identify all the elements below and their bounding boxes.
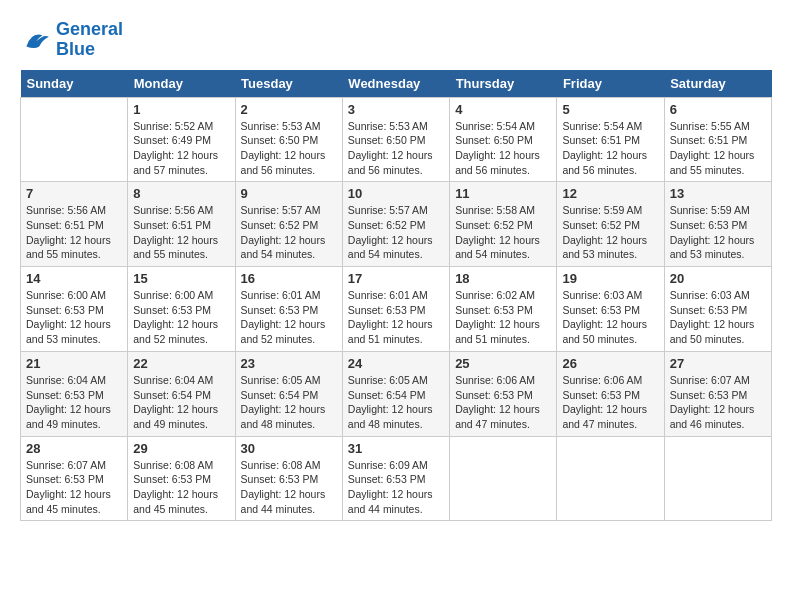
day-number: 31 bbox=[348, 441, 444, 456]
calendar-cell: 9Sunrise: 5:57 AMSunset: 6:52 PMDaylight… bbox=[235, 182, 342, 267]
calendar-cell: 29Sunrise: 6:08 AMSunset: 6:53 PMDayligh… bbox=[128, 436, 235, 521]
day-number: 27 bbox=[670, 356, 766, 371]
calendar-cell: 4Sunrise: 5:54 AMSunset: 6:50 PMDaylight… bbox=[450, 97, 557, 182]
day-number: 12 bbox=[562, 186, 658, 201]
calendar-cell: 6Sunrise: 5:55 AMSunset: 6:51 PMDaylight… bbox=[664, 97, 771, 182]
day-header-tuesday: Tuesday bbox=[235, 70, 342, 98]
day-info: Sunrise: 6:02 AMSunset: 6:53 PMDaylight:… bbox=[455, 288, 551, 347]
day-number: 22 bbox=[133, 356, 229, 371]
day-number: 26 bbox=[562, 356, 658, 371]
day-info: Sunrise: 5:59 AMSunset: 6:52 PMDaylight:… bbox=[562, 203, 658, 262]
calendar-cell: 14Sunrise: 6:00 AMSunset: 6:53 PMDayligh… bbox=[21, 267, 128, 352]
day-number: 1 bbox=[133, 102, 229, 117]
day-info: Sunrise: 6:03 AMSunset: 6:53 PMDaylight:… bbox=[562, 288, 658, 347]
calendar-cell: 18Sunrise: 6:02 AMSunset: 6:53 PMDayligh… bbox=[450, 267, 557, 352]
day-info: Sunrise: 5:52 AMSunset: 6:49 PMDaylight:… bbox=[133, 119, 229, 178]
day-header-wednesday: Wednesday bbox=[342, 70, 449, 98]
day-number: 3 bbox=[348, 102, 444, 117]
day-number: 23 bbox=[241, 356, 337, 371]
calendar-cell: 10Sunrise: 5:57 AMSunset: 6:52 PMDayligh… bbox=[342, 182, 449, 267]
logo: General Blue bbox=[20, 20, 123, 60]
day-info: Sunrise: 6:01 AMSunset: 6:53 PMDaylight:… bbox=[241, 288, 337, 347]
day-number: 2 bbox=[241, 102, 337, 117]
day-number: 5 bbox=[562, 102, 658, 117]
day-info: Sunrise: 6:03 AMSunset: 6:53 PMDaylight:… bbox=[670, 288, 766, 347]
day-info: Sunrise: 6:04 AMSunset: 6:53 PMDaylight:… bbox=[26, 373, 122, 432]
day-number: 6 bbox=[670, 102, 766, 117]
week-row-2: 7Sunrise: 5:56 AMSunset: 6:51 PMDaylight… bbox=[21, 182, 772, 267]
day-info: Sunrise: 5:57 AMSunset: 6:52 PMDaylight:… bbox=[348, 203, 444, 262]
day-info: Sunrise: 5:59 AMSunset: 6:53 PMDaylight:… bbox=[670, 203, 766, 262]
day-number: 24 bbox=[348, 356, 444, 371]
calendar-cell: 25Sunrise: 6:06 AMSunset: 6:53 PMDayligh… bbox=[450, 351, 557, 436]
calendar-table: SundayMondayTuesdayWednesdayThursdayFrid… bbox=[20, 70, 772, 522]
day-header-monday: Monday bbox=[128, 70, 235, 98]
day-number: 17 bbox=[348, 271, 444, 286]
day-number: 21 bbox=[26, 356, 122, 371]
calendar-cell: 12Sunrise: 5:59 AMSunset: 6:52 PMDayligh… bbox=[557, 182, 664, 267]
calendar-cell bbox=[664, 436, 771, 521]
calendar-cell: 23Sunrise: 6:05 AMSunset: 6:54 PMDayligh… bbox=[235, 351, 342, 436]
calendar-cell: 30Sunrise: 6:08 AMSunset: 6:53 PMDayligh… bbox=[235, 436, 342, 521]
calendar-cell: 15Sunrise: 6:00 AMSunset: 6:53 PMDayligh… bbox=[128, 267, 235, 352]
day-info: Sunrise: 6:06 AMSunset: 6:53 PMDaylight:… bbox=[455, 373, 551, 432]
day-info: Sunrise: 6:09 AMSunset: 6:53 PMDaylight:… bbox=[348, 458, 444, 517]
day-number: 19 bbox=[562, 271, 658, 286]
calendar-cell: 31Sunrise: 6:09 AMSunset: 6:53 PMDayligh… bbox=[342, 436, 449, 521]
calendar-cell: 19Sunrise: 6:03 AMSunset: 6:53 PMDayligh… bbox=[557, 267, 664, 352]
calendar-cell: 1Sunrise: 5:52 AMSunset: 6:49 PMDaylight… bbox=[128, 97, 235, 182]
day-info: Sunrise: 6:07 AMSunset: 6:53 PMDaylight:… bbox=[26, 458, 122, 517]
logo-icon bbox=[20, 24, 52, 56]
day-info: Sunrise: 5:56 AMSunset: 6:51 PMDaylight:… bbox=[133, 203, 229, 262]
header-row: SundayMondayTuesdayWednesdayThursdayFrid… bbox=[21, 70, 772, 98]
day-info: Sunrise: 6:01 AMSunset: 6:53 PMDaylight:… bbox=[348, 288, 444, 347]
day-info: Sunrise: 6:05 AMSunset: 6:54 PMDaylight:… bbox=[241, 373, 337, 432]
day-number: 7 bbox=[26, 186, 122, 201]
day-info: Sunrise: 6:00 AMSunset: 6:53 PMDaylight:… bbox=[133, 288, 229, 347]
day-number: 28 bbox=[26, 441, 122, 456]
calendar-cell: 27Sunrise: 6:07 AMSunset: 6:53 PMDayligh… bbox=[664, 351, 771, 436]
day-info: Sunrise: 5:53 AMSunset: 6:50 PMDaylight:… bbox=[241, 119, 337, 178]
day-info: Sunrise: 5:58 AMSunset: 6:52 PMDaylight:… bbox=[455, 203, 551, 262]
day-info: Sunrise: 6:08 AMSunset: 6:53 PMDaylight:… bbox=[241, 458, 337, 517]
calendar-cell bbox=[21, 97, 128, 182]
day-info: Sunrise: 5:53 AMSunset: 6:50 PMDaylight:… bbox=[348, 119, 444, 178]
calendar-cell: 17Sunrise: 6:01 AMSunset: 6:53 PMDayligh… bbox=[342, 267, 449, 352]
week-row-4: 21Sunrise: 6:04 AMSunset: 6:53 PMDayligh… bbox=[21, 351, 772, 436]
calendar-cell: 11Sunrise: 5:58 AMSunset: 6:52 PMDayligh… bbox=[450, 182, 557, 267]
day-info: Sunrise: 6:08 AMSunset: 6:53 PMDaylight:… bbox=[133, 458, 229, 517]
calendar-cell: 5Sunrise: 5:54 AMSunset: 6:51 PMDaylight… bbox=[557, 97, 664, 182]
day-number: 10 bbox=[348, 186, 444, 201]
page-header: General Blue bbox=[20, 20, 772, 60]
day-info: Sunrise: 5:54 AMSunset: 6:50 PMDaylight:… bbox=[455, 119, 551, 178]
day-info: Sunrise: 5:57 AMSunset: 6:52 PMDaylight:… bbox=[241, 203, 337, 262]
day-number: 30 bbox=[241, 441, 337, 456]
calendar-cell: 13Sunrise: 5:59 AMSunset: 6:53 PMDayligh… bbox=[664, 182, 771, 267]
calendar-cell: 21Sunrise: 6:04 AMSunset: 6:53 PMDayligh… bbox=[21, 351, 128, 436]
day-info: Sunrise: 6:04 AMSunset: 6:54 PMDaylight:… bbox=[133, 373, 229, 432]
logo-text: General Blue bbox=[56, 20, 123, 60]
day-header-sunday: Sunday bbox=[21, 70, 128, 98]
day-number: 4 bbox=[455, 102, 551, 117]
day-number: 13 bbox=[670, 186, 766, 201]
day-number: 18 bbox=[455, 271, 551, 286]
calendar-cell: 26Sunrise: 6:06 AMSunset: 6:53 PMDayligh… bbox=[557, 351, 664, 436]
calendar-cell: 8Sunrise: 5:56 AMSunset: 6:51 PMDaylight… bbox=[128, 182, 235, 267]
calendar-cell: 28Sunrise: 6:07 AMSunset: 6:53 PMDayligh… bbox=[21, 436, 128, 521]
day-number: 11 bbox=[455, 186, 551, 201]
day-info: Sunrise: 6:05 AMSunset: 6:54 PMDaylight:… bbox=[348, 373, 444, 432]
day-number: 16 bbox=[241, 271, 337, 286]
calendar-cell: 22Sunrise: 6:04 AMSunset: 6:54 PMDayligh… bbox=[128, 351, 235, 436]
calendar-cell: 20Sunrise: 6:03 AMSunset: 6:53 PMDayligh… bbox=[664, 267, 771, 352]
day-number: 29 bbox=[133, 441, 229, 456]
week-row-1: 1Sunrise: 5:52 AMSunset: 6:49 PMDaylight… bbox=[21, 97, 772, 182]
calendar-cell: 24Sunrise: 6:05 AMSunset: 6:54 PMDayligh… bbox=[342, 351, 449, 436]
calendar-cell: 16Sunrise: 6:01 AMSunset: 6:53 PMDayligh… bbox=[235, 267, 342, 352]
calendar-cell bbox=[557, 436, 664, 521]
calendar-cell: 3Sunrise: 5:53 AMSunset: 6:50 PMDaylight… bbox=[342, 97, 449, 182]
calendar-cell: 7Sunrise: 5:56 AMSunset: 6:51 PMDaylight… bbox=[21, 182, 128, 267]
day-info: Sunrise: 5:54 AMSunset: 6:51 PMDaylight:… bbox=[562, 119, 658, 178]
day-info: Sunrise: 6:06 AMSunset: 6:53 PMDaylight:… bbox=[562, 373, 658, 432]
day-info: Sunrise: 5:55 AMSunset: 6:51 PMDaylight:… bbox=[670, 119, 766, 178]
day-info: Sunrise: 5:56 AMSunset: 6:51 PMDaylight:… bbox=[26, 203, 122, 262]
